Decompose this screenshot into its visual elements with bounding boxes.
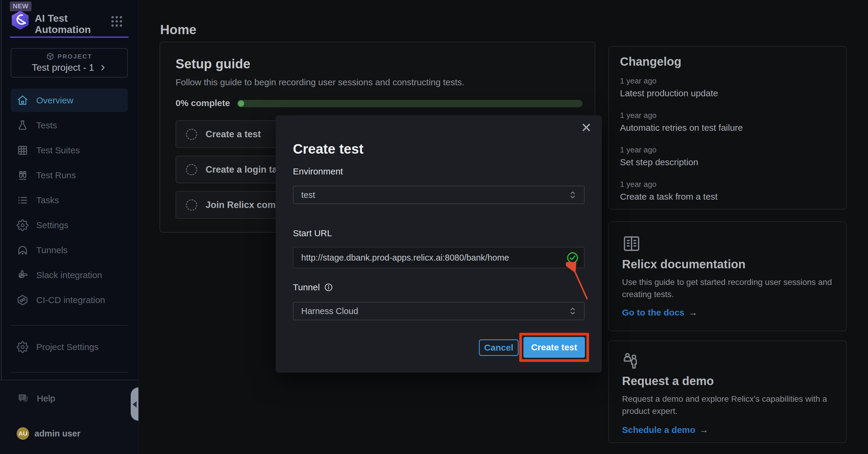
changelog-list: 1 year ago Latest production update 1 ye… [620,77,835,214]
app-root: NEW AI Test Automation [0,0,868,454]
sidebar-item-tests[interactable]: Tests [11,114,128,137]
docs-title: Relicx documentation [622,258,746,271]
project-name: Test project - 1 [32,62,94,73]
environment-select[interactable]: test [293,186,585,204]
demo-body: Request a demo and explore Relicx's capa… [622,393,835,418]
sidebar-item-project-settings[interactable]: Project Settings [11,335,128,359]
flask-icon [17,119,29,131]
incomplete-step-icon [186,200,197,211]
people-icon [622,352,641,370]
sidebar-item-tasks[interactable]: Tasks [11,188,128,212]
progress-indicator [238,100,244,107]
tunnel-select[interactable]: Harness Cloud [293,302,585,320]
tunnel-icon [17,244,29,256]
sidebar-item-label: Project Settings [36,342,99,352]
sidebar-item-overview[interactable]: Overview [11,89,128,112]
sidebar-divider [11,325,128,326]
sidebar-item-label: Settings [36,220,68,230]
svg-text:?: ? [21,395,24,400]
new-badge: NEW [10,1,31,11]
chevron-right-icon [99,63,106,72]
avatar: AU [17,427,29,440]
sidebar-item-settings[interactable]: Settings [11,213,128,237]
chevron-up-down-icon [569,190,576,200]
setup-guide-subtitle: Follow this guide to begin recording use… [176,77,464,87]
sidebar-header: NEW AI Test Automation [0,0,138,38]
changelog-entry: 1 year ago Automatic retries on test fai… [620,111,835,133]
arrow-right-icon: → [689,307,698,317]
changelog-entry: 1 year ago Set step description [620,145,835,167]
arrow-right-icon: → [700,425,709,435]
create-test-button[interactable]: Create test [523,337,585,358]
user-name: admin user [34,429,81,438]
sidebar-item-test-runs[interactable]: Test Runs [11,163,128,187]
project-label: PROJECT [58,53,92,60]
create-test-modal: ✕ Create test Environment test Start URL… [276,115,602,372]
close-icon[interactable]: ✕ [579,119,593,136]
url-valid-check-icon [566,252,579,264]
sidebar-item-label: CI-CD integration [36,295,105,305]
sidebar-bottom-section: ? Help AU admin user [0,380,138,454]
start-url-input[interactable] [293,247,584,268]
demo-title: Request a demo [622,374,714,388]
setup-guide-title: Setup guide [176,56,250,71]
annotation-highlight-box: Create test [519,333,589,362]
project-selector[interactable]: PROJECT Test project - 1 [11,48,128,78]
incomplete-step-icon [186,164,197,175]
changelog-card: Changelog 1 year ago Latest production u… [608,46,847,209]
docs-body: Use this guide to get started recording … [622,276,835,301]
sidebar-item-label: Test Runs [36,170,76,180]
sidebar-item-label: Test Suites [36,145,80,155]
grid-table-icon [17,144,29,156]
sidebar: NEW AI Test Automation [0,0,139,454]
book-icon [622,235,641,252]
help-button[interactable]: ? Help [17,392,55,405]
sidebar-nav-secondary: Project Settings [11,335,128,360]
sidebar-item-label: Tasks [36,195,59,205]
start-url-field [293,247,585,268]
sidebar-item-label: Tunnels [36,245,68,255]
sidebar-item-label: Slack integration [36,270,102,280]
modal-title: Create test [293,141,364,157]
user-menu[interactable]: AU admin user [17,427,81,440]
sidebar-nav: Overview Tests Test Suit [11,89,128,313]
cube-icon [46,53,54,60]
start-url-label: Start URL [293,228,332,238]
incomplete-step-icon [186,129,197,140]
gear-icon [17,219,29,231]
go-to-docs-link[interactable]: Go to the docs → [622,307,698,317]
docs-card: Relicx documentation Use this guide to g… [608,221,847,331]
sidebar-item-label: Overview [36,95,73,105]
apps-grid-icon[interactable] [111,16,122,27]
schedule-demo-link[interactable]: Schedule a demo → [622,425,709,435]
sidebar-item-label: Tests [36,120,57,130]
columns-runs-icon [17,169,29,181]
project-selector-header: PROJECT [46,53,92,60]
sidebar-item-cicd-integration[interactable]: CI-CD integration [11,288,128,312]
sidebar-item-tunnels[interactable]: Tunnels [11,238,128,262]
chevron-up-down-icon [569,307,576,315]
tunnel-label: Tunnel [293,282,333,292]
demo-card: Request a demo Request a demo and explor… [608,340,847,443]
info-icon[interactable] [324,283,333,292]
help-chat-icon: ? [17,392,29,405]
help-label: Help [37,393,55,403]
sidebar-collapse-handle[interactable] [131,388,138,421]
task-list-icon [17,194,29,206]
app-title: AI Test Automation [35,12,87,35]
app-logo-icon [11,11,29,30]
changelog-entry: 1 year ago Create a task from a test [620,180,835,202]
home-icon [17,94,29,107]
slack-icon [17,269,29,281]
sidebar-divider [11,372,128,372]
environment-label: Environment [293,167,343,177]
page-title: Home [160,22,196,37]
sidebar-item-test-suites[interactable]: Test Suites [11,139,128,162]
changelog-entry: 1 year ago Latest production update [620,77,835,98]
hexagon-link-icon [17,294,29,306]
cancel-button[interactable]: Cancel [479,339,519,356]
sidebar-item-slack-integration[interactable]: Slack integration [11,263,128,287]
changelog-title: Changelog [620,55,681,68]
progress-bar [237,100,583,107]
gear-icon [17,341,29,353]
